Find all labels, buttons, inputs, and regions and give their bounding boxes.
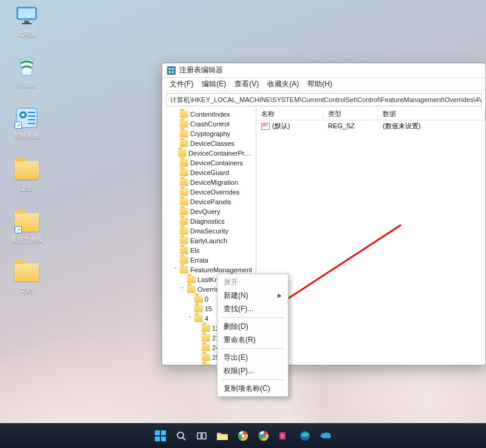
svg-point-17 xyxy=(177,432,183,438)
folder-icon xyxy=(194,305,203,312)
cell-type: REG_SZ xyxy=(323,122,378,129)
window-title: 注册表编辑器 xyxy=(179,65,223,75)
context-menu-item-label: 重命名(R) xyxy=(224,335,256,345)
col-data[interactable]: 数据 xyxy=(378,108,485,120)
tree-node[interactable]: CrashControl xyxy=(165,119,256,129)
menu-help[interactable]: 帮助(H) xyxy=(304,78,336,91)
menu-separator xyxy=(221,317,284,318)
taskbar-start-icon[interactable] xyxy=(153,429,168,443)
context-menu-item-label: 导出(E) xyxy=(224,353,248,363)
tree-node[interactable]: DeviceMigration xyxy=(165,177,256,187)
list-pane[interactable]: 名称 类型 数据 (默认)REG_SZ(数值未设置) xyxy=(256,108,485,365)
desktop-icon-this-pc[interactable]: 此电脑 xyxy=(5,5,49,38)
folder-icon xyxy=(180,130,188,137)
context-menu-item[interactable]: 重命名(R) xyxy=(217,333,288,346)
control-panel-icon: ↗ xyxy=(15,107,39,129)
tree-node[interactable]: DeviceContainers xyxy=(165,158,256,168)
tree-node-label: FeatureManagement xyxy=(190,266,252,274)
taskbar-search-icon[interactable] xyxy=(174,429,188,443)
chevron-down-icon[interactable]: ˅ xyxy=(187,315,193,322)
menu-edit[interactable]: 编辑(E) xyxy=(198,78,230,91)
svg-rect-8 xyxy=(169,67,171,70)
recycle-bin-icon xyxy=(15,56,39,78)
tree-node[interactable]: Errata xyxy=(165,255,256,265)
tree-node[interactable]: DmaSecurity xyxy=(165,226,256,236)
desktop-icon-folder-2[interactable]: ↗ 系统文件夹 xyxy=(5,212,49,245)
folder-icon xyxy=(202,354,210,361)
taskbar-chrome-beta-icon[interactable] xyxy=(256,429,271,443)
tree-node[interactable]: DeviceContainerPropertyUpda xyxy=(165,148,256,158)
svg-point-24 xyxy=(242,434,245,437)
tree-node-label: Els xyxy=(190,247,199,254)
tree-node-label: Cryptography xyxy=(190,130,230,137)
col-name[interactable]: 名称 xyxy=(256,108,323,120)
svg-rect-15 xyxy=(155,436,160,441)
taskbar-chrome-icon[interactable] xyxy=(236,429,250,443)
menu-view[interactable]: 查看(V) xyxy=(231,78,262,91)
list-row[interactable]: (默认)REG_SZ(数值未设置) xyxy=(256,120,485,131)
tree-node-label: DevQuery xyxy=(190,208,221,215)
desktop-icon-folder-1[interactable]: 桌面 xyxy=(5,159,49,193)
taskbar-taskview-icon[interactable] xyxy=(194,429,209,443)
context-menu-item-label: 查找(F)... xyxy=(224,304,253,314)
context-menu-item-label: 权限(P)... xyxy=(224,366,254,376)
folder-icon: ↗ xyxy=(15,212,39,233)
tree-node[interactable]: DevicePanels xyxy=(165,197,256,207)
folder-icon xyxy=(180,227,188,235)
tree-node[interactable]: Diagnostics xyxy=(165,216,256,226)
tree-node[interactable]: DeviceOverrides xyxy=(165,187,256,197)
tree-node[interactable]: ContentIndex xyxy=(165,109,256,119)
context-menu-item[interactable]: 权限(P)... xyxy=(217,364,288,377)
menu-favorites[interactable]: 收藏夹(A) xyxy=(264,78,303,91)
taskbar-edge-icon[interactable] xyxy=(298,429,312,443)
tree-node[interactable]: EarlyLaunch xyxy=(165,236,256,246)
desktop-icon-label: 控制面板 xyxy=(13,131,40,140)
desktop-icon-control-panel[interactable]: ↗ 控制面板 xyxy=(5,107,49,140)
svg-rect-2 xyxy=(24,21,29,23)
tree-node-label: Errata xyxy=(190,257,208,264)
titlebar[interactable]: 注册表编辑器 xyxy=(162,63,485,78)
desktop-icon-recycle-bin[interactable]: 回收站 xyxy=(5,56,49,89)
context-menu-item[interactable]: 导出(E) xyxy=(217,351,288,364)
folder-icon xyxy=(180,179,188,186)
taskbar-teams-icon[interactable]: T xyxy=(277,429,292,443)
svg-text:T: T xyxy=(281,433,284,439)
taskbar-explorer-icon[interactable] xyxy=(215,429,230,443)
tree-node[interactable]: Cryptography xyxy=(165,129,256,139)
context-menu-item[interactable]: 新建(N)▶ xyxy=(217,289,288,302)
col-type[interactable]: 类型 xyxy=(323,108,378,120)
folder-icon xyxy=(202,364,210,365)
context-menu-item[interactable]: 查找(F)... xyxy=(217,302,288,315)
taskbar-onedrive-icon[interactable] xyxy=(318,429,333,443)
svg-line-18 xyxy=(183,438,185,440)
tree-node[interactable]: DevQuery xyxy=(165,207,256,216)
folder-icon xyxy=(180,159,188,167)
desktop-icon-label: 桌面 xyxy=(20,184,33,193)
tree-node-label: 4 xyxy=(205,315,208,322)
chevron-down-icon[interactable]: ˅ xyxy=(179,286,185,292)
tree-node-label: EarlyLaunch xyxy=(190,237,227,244)
svg-rect-13 xyxy=(155,430,160,435)
context-menu-item[interactable]: 删除(D) xyxy=(217,320,288,333)
list-header[interactable]: 名称 类型 数据 xyxy=(256,108,485,120)
menu-separator xyxy=(221,348,284,349)
menu-file[interactable]: 文件(F) xyxy=(166,78,197,91)
context-menu-item[interactable]: 复制项名称(C) xyxy=(217,382,288,395)
tree-node-label: 15 xyxy=(205,305,212,312)
address-bar[interactable]: 计算机\HKEY_LOCAL_MACHINE\SYSTEM\CurrentCon… xyxy=(166,93,482,106)
tree-node[interactable]: DeviceGuard xyxy=(165,168,256,177)
folder-icon xyxy=(187,286,196,293)
chevron-down-icon[interactable]: ˅ xyxy=(172,267,178,273)
svg-rect-9 xyxy=(172,67,174,70)
tree-node-label: DeviceGuard xyxy=(190,169,229,176)
submenu-arrow-icon: ▶ xyxy=(278,292,282,298)
svg-rect-1 xyxy=(18,9,35,18)
folder-icon xyxy=(180,111,188,118)
tree-node[interactable]: Els xyxy=(165,246,256,255)
address-text: 计算机\HKEY_LOCAL_MACHINE\SYSTEM\CurrentCon… xyxy=(170,95,482,105)
desktop-icon-folder-3[interactable]: 文档 xyxy=(5,261,49,295)
tree-node[interactable]: DeviceClasses xyxy=(165,139,256,148)
folder-icon xyxy=(202,344,210,351)
svg-rect-10 xyxy=(169,71,171,73)
cell-data: (数值未设置) xyxy=(378,122,485,131)
